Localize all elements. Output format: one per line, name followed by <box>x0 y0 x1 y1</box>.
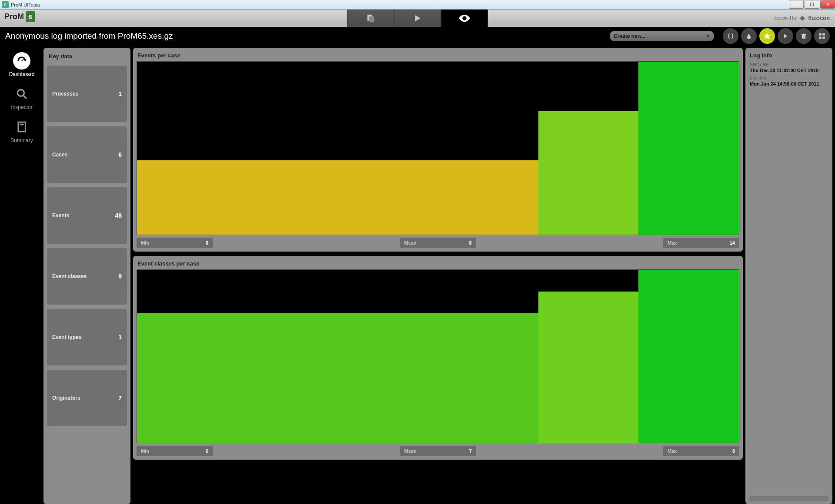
delete-button[interactable] <box>796 28 812 44</box>
svg-rect-1 <box>369 16 374 22</box>
mode-tabs <box>347 10 488 27</box>
stat-label: Mean <box>404 448 417 454</box>
chart-bar <box>638 62 739 235</box>
minimize-button[interactable]: — <box>789 0 804 9</box>
filter-button[interactable] <box>741 28 757 44</box>
stat-mean: Mean 8 <box>400 238 476 248</box>
kd-label: Event classes <box>52 273 87 279</box>
kd-value: 7 <box>118 395 122 401</box>
create-new-label: Create new... <box>614 33 646 39</box>
kd-label: Event types <box>52 334 81 340</box>
play-small-icon <box>782 33 788 39</box>
brand-designed-by: designed by <box>773 16 797 20</box>
nav-summary[interactable]: Summary <box>6 118 37 143</box>
stat-value: 7 <box>469 448 471 454</box>
chart-title: Events per case <box>137 50 739 61</box>
events-per-case-chart <box>137 61 739 235</box>
chart-bar <box>137 160 237 235</box>
stat-max: Max 8 <box>663 446 739 456</box>
window-titlebar: P ProM UITopia — ☐ ✕ <box>0 0 835 10</box>
stat-label: Max <box>668 240 677 245</box>
charts-column: Events per case Min 6 Mean 8 Max 14 <box>133 48 743 504</box>
kd-originators[interactable]: Originators 7 <box>47 370 127 426</box>
chart-bar <box>538 292 639 443</box>
app-icon: P <box>2 1 9 8</box>
scrollbar[interactable] <box>749 496 829 501</box>
main-content: Dashboard Inspector Summary Key data Pro… <box>0 45 835 504</box>
kd-label: Originators <box>52 395 80 401</box>
events-per-case-panel: Events per case Min 6 Mean 8 Max 14 <box>133 48 743 252</box>
grid-icon <box>818 33 825 40</box>
event-classes-per-case-chart <box>137 269 739 443</box>
logo-version-badge: 6 <box>26 11 34 22</box>
nav-inspector-label: Inspector <box>6 104 37 110</box>
stat-label: Min <box>141 448 149 454</box>
create-new-dropdown[interactable]: Create new... ▼ <box>610 31 714 41</box>
kd-value: 1 <box>118 90 122 97</box>
chart-bar <box>438 313 538 443</box>
maximize-button[interactable]: ☐ <box>805 0 819 9</box>
drop-icon <box>746 32 752 40</box>
summary-icon <box>13 118 30 136</box>
stat-min: Min 6 <box>137 446 213 456</box>
window-title: ProM UITopia <box>11 2 40 7</box>
grid-button[interactable] <box>814 28 830 44</box>
eye-icon <box>458 14 471 22</box>
page-title: Anonymous log imported from ProM65.xes.g… <box>5 31 610 41</box>
close-button[interactable]: ✕ <box>820 0 835 9</box>
play-icon <box>413 14 422 23</box>
kd-cases[interactable]: Cases 6 <box>47 126 127 183</box>
svg-rect-8 <box>20 124 23 126</box>
chart-bar <box>638 270 739 443</box>
chart-bar <box>337 160 438 235</box>
stats-row: Min 6 Mean 7 Max 8 <box>137 446 739 456</box>
kd-label: Events <box>52 212 69 219</box>
brand-credit: designed by fluxicon <box>773 15 830 21</box>
nav-inspector[interactable]: Inspector <box>6 85 37 110</box>
start-date-label: Start date <box>750 62 828 67</box>
svg-rect-4 <box>819 36 821 39</box>
kd-event-classes[interactable]: Event classes 9 <box>47 248 127 305</box>
stat-min: Min 6 <box>137 238 213 248</box>
trash-icon <box>801 33 807 40</box>
dashboard-icon <box>13 52 30 70</box>
logo-text: ProM <box>4 12 24 21</box>
kd-value: 9 <box>118 273 122 280</box>
svg-rect-7 <box>18 122 26 132</box>
kd-events[interactable]: Events 48 <box>47 187 127 244</box>
kd-label: Cases <box>52 152 67 158</box>
stat-mean: Mean 7 <box>400 446 476 456</box>
workspace-icon <box>366 13 375 23</box>
stat-value: 8 <box>732 448 735 454</box>
log-info-title: Log info <box>750 52 828 59</box>
run-button[interactable] <box>778 28 793 44</box>
chart-bar <box>337 313 438 443</box>
kd-processes[interactable]: Processes 1 <box>47 66 127 122</box>
chart-bar <box>137 313 237 443</box>
magnifier-icon <box>13 85 30 103</box>
favorite-button[interactable] <box>759 28 775 44</box>
tab-view[interactable] <box>441 10 488 27</box>
kd-value: 48 <box>115 212 122 219</box>
stat-value: 14 <box>730 240 735 245</box>
stat-value: 6 <box>206 240 208 245</box>
stat-label: Mean <box>404 240 417 245</box>
tab-workspace[interactable] <box>347 10 394 27</box>
refresh-button[interactable] <box>723 28 738 44</box>
toolbar: Anonymous log imported from ProM65.xes.g… <box>0 27 835 45</box>
chart-bar <box>438 160 538 235</box>
chart-bar <box>237 313 338 443</box>
nav-dashboard[interactable]: Dashboard <box>6 52 37 77</box>
chart-title: Event classes per case <box>137 259 739 269</box>
svg-rect-2 <box>819 33 821 35</box>
kd-event-types[interactable]: Event types 1 <box>47 309 127 365</box>
key-data-title: Key data <box>47 51 127 61</box>
tab-actions[interactable] <box>394 10 441 27</box>
chart-bar <box>237 160 338 235</box>
stat-max: Max 14 <box>663 238 739 248</box>
side-nav: Dashboard Inspector Summary <box>3 48 41 504</box>
kd-value: 1 <box>118 334 122 341</box>
chevron-down-icon: ▼ <box>706 34 710 39</box>
kd-label: Processes <box>52 91 78 97</box>
brand-company: fluxicon <box>808 15 830 21</box>
